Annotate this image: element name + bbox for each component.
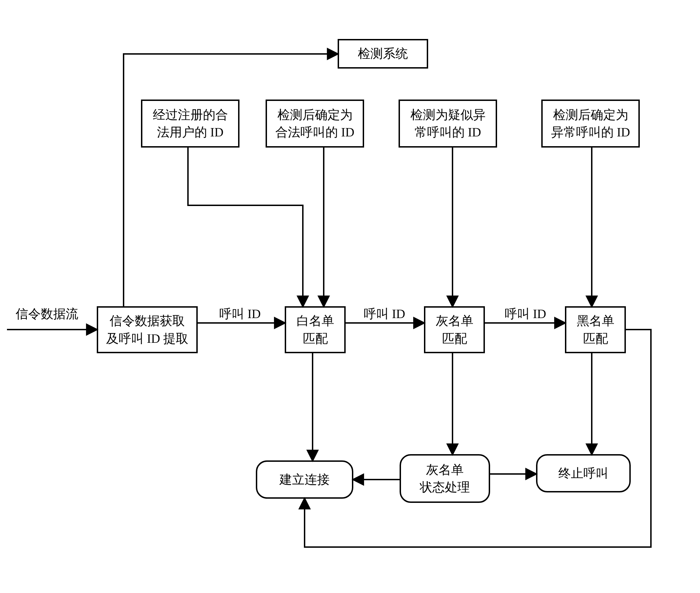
box-blacklist-match: 黑名单 匹配	[565, 306, 626, 353]
text-terminate-call: 终止呼叫	[558, 465, 608, 482]
box-establish-connection: 建立连接	[256, 460, 353, 499]
box-suspected-abnormal-call-id: 检测为疑似异 常呼叫的 ID	[399, 100, 497, 148]
box-graylist-match: 灰名单 匹配	[424, 306, 485, 353]
label-signaling-data-flow: 信令数据流	[16, 306, 78, 323]
text-confirmed-legal-call-id-l1: 检测后确定为	[277, 106, 353, 124]
text-detection-system: 检测系统	[358, 45, 408, 62]
text-registered-legal-user-id-l1: 经过注册的合	[153, 106, 228, 124]
box-whitelist-match: 白名单 匹配	[285, 306, 346, 353]
box-detection-system: 检测系统	[338, 39, 428, 69]
text-blacklist-match-l1: 黑名单	[577, 312, 614, 330]
label-call-id-1: 呼叫 ID	[219, 306, 261, 323]
text-graylist-match-l2: 匹配	[442, 330, 467, 347]
text-suspected-abnormal-call-id-l2: 常呼叫的 ID	[415, 124, 481, 141]
box-registered-legal-user-id: 经过注册的合 法用户的 ID	[141, 100, 239, 148]
box-confirmed-legal-call-id: 检测后确定为 合法呼叫的 ID	[266, 100, 364, 148]
text-graylist-match-l1: 灰名单	[436, 312, 473, 330]
text-whitelist-match-l1: 白名单	[297, 312, 334, 330]
text-signaling-acquire-l1: 信令数据获取	[110, 312, 185, 330]
label-call-id-2: 呼叫 ID	[364, 306, 405, 323]
text-confirmed-abnormal-call-id-l2: 异常呼叫的 ID	[551, 124, 630, 141]
text-signaling-acquire-l2: 及呼叫 ID 提取	[106, 330, 188, 347]
text-registered-legal-user-id-l2: 法用户的 ID	[157, 124, 223, 141]
box-confirmed-abnormal-call-id: 检测后确定为 异常呼叫的 ID	[541, 100, 640, 148]
text-suspected-abnormal-call-id-l1: 检测为疑似异	[410, 106, 486, 124]
box-signaling-acquire: 信令数据获取 及呼叫 ID 提取	[97, 306, 198, 353]
text-blacklist-match-l2: 匹配	[583, 330, 608, 347]
text-confirmed-legal-call-id-l2: 合法呼叫的 ID	[275, 124, 354, 141]
label-call-id-3: 呼叫 ID	[505, 306, 546, 323]
text-graylist-state-process-l2: 状态处理	[420, 479, 470, 496]
text-establish-connection: 建立连接	[280, 471, 330, 488]
diagram-arrows	[0, 0, 700, 593]
text-confirmed-abnormal-call-id-l1: 检测后确定为	[553, 106, 628, 124]
box-terminate-call: 终止呼叫	[536, 454, 631, 492]
box-graylist-state-process: 灰名单 状态处理	[400, 454, 490, 503]
text-whitelist-match-l2: 匹配	[303, 330, 328, 347]
text-graylist-state-process-l1: 灰名单	[426, 461, 464, 479]
